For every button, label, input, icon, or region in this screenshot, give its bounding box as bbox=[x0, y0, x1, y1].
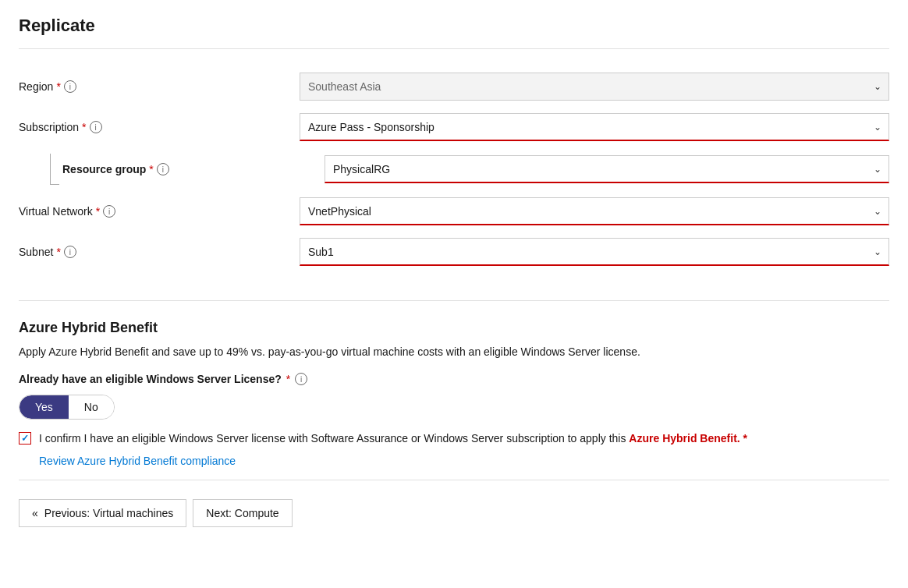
region-info-icon[interactable]: i bbox=[64, 80, 76, 93]
indent-line bbox=[50, 154, 59, 185]
region-row: Region * i Southeast Asia ⌄ bbox=[19, 73, 889, 101]
toggle-yes[interactable]: Yes bbox=[20, 395, 69, 419]
subnet-input-col: Sub1 ⌄ bbox=[300, 238, 889, 266]
footer-divider bbox=[19, 480, 889, 480]
next-button[interactable]: Next: Compute bbox=[193, 499, 292, 527]
subscription-info-icon[interactable]: i bbox=[90, 121, 102, 133]
virtual-network-row: Virtual Network * i VnetPhysical ⌄ bbox=[19, 197, 889, 225]
confirm-text-body: I confirm I have an eligible Windows Ser… bbox=[39, 432, 626, 445]
confirm-section: ✓ I confirm I have an eligible Windows S… bbox=[19, 430, 889, 447]
virtual-network-label: Virtual Network bbox=[19, 205, 93, 218]
virtual-network-label-col: Virtual Network * i bbox=[19, 205, 300, 218]
subnet-label-col: Subnet * i bbox=[19, 246, 300, 258]
toggle-no[interactable]: No bbox=[69, 395, 114, 419]
hybrid-benefit-section: Azure Hybrid Benefit Apply Azure Hybrid … bbox=[19, 313, 889, 467]
resource-group-select[interactable]: PhysicalRG bbox=[325, 155, 889, 183]
resource-group-label: Resource group bbox=[62, 163, 146, 175]
region-input-col: Southeast Asia ⌄ bbox=[300, 73, 889, 101]
prev-button-label: Previous: Virtual machines bbox=[44, 507, 173, 519]
review-link[interactable]: Review Azure Hybrid Benefit compliance bbox=[39, 455, 889, 467]
region-select-wrapper: Southeast Asia ⌄ bbox=[300, 73, 889, 101]
region-label-col: Region * i bbox=[19, 80, 300, 93]
virtual-network-select-wrapper: VnetPhysical ⌄ bbox=[300, 197, 889, 225]
subnet-label: Subnet bbox=[19, 246, 53, 258]
subscription-input-col: Azure Pass - Sponsorship ⌄ bbox=[300, 113, 889, 141]
question-row: Already have an eligible Windows Server … bbox=[19, 373, 889, 385]
confirm-text-container: I confirm I have an eligible Windows Ser… bbox=[39, 430, 747, 447]
virtual-network-select[interactable]: VnetPhysical bbox=[300, 197, 889, 225]
resource-group-info-icon[interactable]: i bbox=[157, 163, 169, 175]
question-text: Already have an eligible Windows Server … bbox=[19, 373, 282, 385]
hybrid-benefit-description: Apply Azure Hybrid Benefit and save up t… bbox=[19, 344, 889, 360]
region-select[interactable]: Southeast Asia bbox=[300, 73, 889, 101]
prev-button[interactable]: Previous: Virtual machines bbox=[19, 499, 186, 527]
subscription-select[interactable]: Azure Pass - Sponsorship bbox=[300, 113, 889, 141]
resource-group-required: * bbox=[149, 163, 153, 175]
subnet-select[interactable]: Sub1 bbox=[300, 238, 889, 266]
subscription-label-col: Subscription * i bbox=[19, 121, 300, 133]
virtual-network-input-col: VnetPhysical ⌄ bbox=[300, 197, 889, 225]
region-required: * bbox=[56, 80, 60, 93]
subnet-row: Subnet * i Sub1 ⌄ bbox=[19, 238, 889, 266]
section-divider bbox=[19, 300, 889, 301]
confirm-checkbox[interactable]: ✓ bbox=[19, 432, 31, 445]
resource-group-select-wrapper: PhysicalRG ⌄ bbox=[325, 155, 889, 183]
next-button-label: Next: Compute bbox=[206, 507, 278, 519]
confirm-text-part1: I confirm I have an eligible Windows Ser… bbox=[39, 432, 747, 445]
subnet-required: * bbox=[56, 246, 60, 258]
resource-group-row: Resource group * i PhysicalRG ⌄ bbox=[44, 154, 889, 185]
page-container: Replicate Region * i Southeast Asia ⌄ Su bbox=[0, 0, 908, 546]
virtual-network-info-icon[interactable]: i bbox=[103, 205, 115, 218]
question-required: * bbox=[286, 373, 290, 385]
resource-group-label-area: Resource group * i bbox=[44, 154, 325, 185]
subscription-select-wrapper: Azure Pass - Sponsorship ⌄ bbox=[300, 113, 889, 141]
question-info-icon[interactable]: i bbox=[295, 373, 307, 385]
hybrid-benefit-heading: Azure Hybrid Benefit bbox=[19, 320, 889, 336]
subnet-info-icon[interactable]: i bbox=[64, 246, 76, 258]
virtual-network-required: * bbox=[96, 205, 100, 218]
toggle-group: Yes No bbox=[19, 395, 115, 420]
subscription-label: Subscription bbox=[19, 121, 79, 133]
subscription-row: Subscription * i Azure Pass - Sponsorshi… bbox=[19, 113, 889, 141]
resource-group-input-col: PhysicalRG ⌄ bbox=[325, 155, 889, 183]
region-label: Region bbox=[19, 80, 53, 93]
footer-buttons: Previous: Virtual machines Next: Compute bbox=[19, 493, 889, 527]
toggle-container: Yes No bbox=[19, 395, 889, 420]
form-section: Region * i Southeast Asia ⌄ Subscription… bbox=[19, 65, 889, 294]
confirm-text-bold: Azure Hybrid Benefit. * bbox=[629, 432, 747, 445]
page-title: Replicate bbox=[19, 16, 889, 49]
subnet-select-wrapper: Sub1 ⌄ bbox=[300, 238, 889, 266]
checkmark-icon: ✓ bbox=[21, 433, 29, 444]
subscription-required: * bbox=[82, 121, 86, 133]
